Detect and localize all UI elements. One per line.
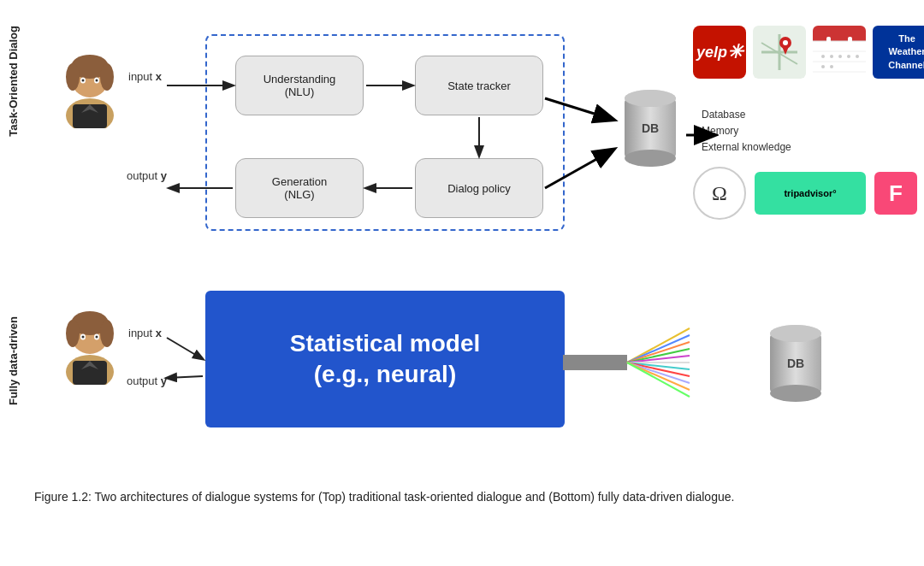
svg-point-38 [821,65,825,68]
main-container: Task-Oriented Dialog Fully data-driven [0,0,924,566]
yelp-icon: yelp✳ [693,26,746,79]
map-icon [753,26,806,79]
nlu-box: Understanding(NLU) [235,56,364,115]
weather-channel-icon: The Weather Channel [873,26,924,79]
svg-point-34 [830,55,833,58]
svg-text:DB: DB [787,357,804,370]
output-y-bottom-label: y [161,374,167,387]
input-x-label: x [156,70,162,83]
svg-point-57 [82,336,85,339]
svg-rect-26 [813,41,866,79]
svg-line-68 [627,363,690,369]
svg-line-65 [627,349,690,363]
state-tracker-label: State tracker [447,80,511,92]
nlg-label: Generation(NLG) [272,175,327,201]
tripadvisor-label: tripadvisor° [784,188,836,198]
label-output-bottom: output y [127,374,167,387]
svg-point-3 [66,63,80,91]
svg-point-13 [625,150,676,167]
svg-text:DB: DB [642,121,659,135]
svg-point-53 [66,320,80,347]
calendar-icon [813,26,866,79]
top-diagram: input x output y Understanding(NLU) Stat… [34,17,890,265]
section-label-top: Task-Oriented Dialog [7,26,31,137]
nlg-box: Generation(NLG) [235,158,364,218]
avatar-bottom [60,308,120,385]
caption-text: Figure 1.2: Two architectures of dialogu… [34,490,734,504]
label-input-top: input x [128,70,162,83]
svg-line-70 [627,363,690,383]
db-bottom: DB [761,321,830,406]
dialog-policy-box: Dialog policy [415,158,543,218]
weather-line1: The [898,32,915,45]
label-output-top: output y [127,169,167,182]
svg-line-69 [627,363,690,376]
svg-point-37 [856,55,859,58]
svg-rect-25 [813,31,866,41]
weather-line3: Channel [888,59,924,72]
svg-line-62 [627,328,690,363]
svg-point-39 [830,65,833,68]
statistical-model-box: Statistical model(e.g., neural) [205,291,565,427]
statistical-model-label: Statistical model(e.g., neural) [290,328,481,391]
section-label-bottom: Fully data-driven [7,316,31,405]
svg-line-72 [627,363,690,397]
state-tracker-box: State tracker [415,56,543,115]
svg-line-63 [627,335,690,363]
input-x-bottom-label: x [156,327,162,339]
nlu-label: Understanding(NLU) [264,73,336,98]
svg-line-64 [627,342,690,363]
svg-point-35 [838,55,842,58]
svg-point-7 [82,80,85,82]
svg-point-58 [96,336,98,339]
wire-bundle-svg [563,320,691,405]
db-top: DB [616,85,684,171]
svg-point-8 [96,80,98,82]
svg-point-36 [847,55,850,58]
svg-line-66 [627,356,690,363]
top-icons-row2: Ω tripadvisor° F [693,167,917,220]
svg-point-4 [100,63,114,91]
tripadvisor-icon: tripadvisor° [755,172,866,215]
database-label: Database [702,109,745,121]
figure-caption: Figure 1.2: Two architectures of dialogu… [34,487,873,506]
output-y-label: y [161,169,167,182]
weather-line2: Weather [888,45,924,58]
svg-line-80 [167,338,203,359]
bottom-diagram: input x output y Statistical model(e.g.,… [34,282,890,453]
svg-point-22 [783,40,788,45]
foursquare-icon: F [874,172,917,215]
memory-label: Memory [702,125,738,137]
svg-rect-32 [848,37,852,47]
svg-point-14 [625,90,676,107]
svg-point-76 [770,325,821,342]
label-input-bottom: input x [128,327,162,339]
external-label: External knowledge [702,141,791,153]
wikipedia-icon: Ω [693,167,746,220]
svg-point-54 [100,320,114,347]
svg-line-81 [167,376,203,378]
knowledge-text: Database Memory External knowledge [702,107,791,156]
avatar-top [60,51,120,128]
svg-rect-31 [826,37,831,47]
dialog-policy-label: Dialog policy [447,182,511,195]
svg-line-71 [627,363,690,390]
svg-point-33 [821,55,825,58]
top-icons-row1: yelp✳ [693,26,924,79]
svg-point-75 [770,385,821,402]
